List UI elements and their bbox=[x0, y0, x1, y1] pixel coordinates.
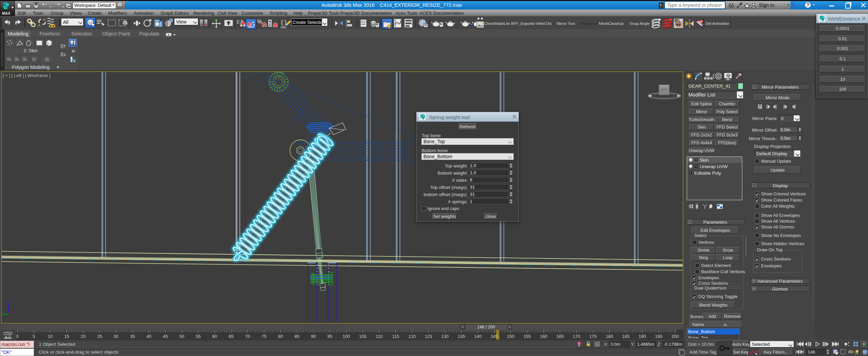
svg-text:20: 20 bbox=[81, 334, 86, 339]
svg-text:Z: Z bbox=[7, 301, 10, 306]
svg-text:%: % bbox=[257, 18, 262, 25]
svg-text:5: 5 bbox=[33, 334, 35, 339]
svg-text:115: 115 bbox=[392, 334, 399, 339]
svg-text:y: y bbox=[2, 309, 3, 314]
svg-text:65: 65 bbox=[229, 334, 233, 339]
svg-text:120: 120 bbox=[408, 334, 416, 339]
svg-text:195: 195 bbox=[655, 334, 663, 339]
svg-text:55: 55 bbox=[196, 334, 201, 339]
svg-text:35: 35 bbox=[130, 334, 135, 339]
svg-text:70: 70 bbox=[245, 334, 250, 339]
svg-text:ABC: ABC bbox=[280, 26, 287, 29]
svg-text:135: 135 bbox=[458, 334, 465, 339]
svg-text:0: 0 bbox=[16, 334, 18, 339]
svg-text:150: 150 bbox=[507, 334, 514, 339]
svg-text:165: 165 bbox=[556, 334, 564, 339]
svg-text:110: 110 bbox=[376, 334, 383, 339]
svg-text:60: 60 bbox=[212, 334, 217, 339]
svg-text:170: 170 bbox=[573, 334, 580, 339]
svg-text:185: 185 bbox=[622, 334, 630, 339]
svg-text:125: 125 bbox=[425, 334, 432, 339]
svg-text:200: 200 bbox=[671, 334, 679, 339]
svg-text:15: 15 bbox=[64, 334, 69, 339]
svg-text:90: 90 bbox=[311, 334, 316, 339]
svg-text:40: 40 bbox=[146, 334, 151, 339]
svg-text:10: 10 bbox=[48, 334, 52, 339]
svg-text:85: 85 bbox=[294, 334, 299, 339]
svg-text:155: 155 bbox=[524, 334, 531, 339]
svg-text:50: 50 bbox=[180, 334, 184, 339]
svg-text:175: 175 bbox=[589, 334, 597, 339]
svg-text:95: 95 bbox=[327, 334, 332, 339]
svg-text:105: 105 bbox=[359, 334, 367, 339]
svg-text:140: 140 bbox=[474, 334, 482, 339]
svg-text:145: 145 bbox=[491, 334, 498, 339]
svg-text:x: x bbox=[9, 309, 12, 314]
svg-text:180: 180 bbox=[606, 334, 613, 339]
svg-text:75: 75 bbox=[262, 334, 266, 339]
svg-text:25: 25 bbox=[97, 334, 102, 339]
svg-text:45: 45 bbox=[163, 334, 168, 339]
svg-text:100: 100 bbox=[343, 334, 350, 339]
svg-text:{ }: { } bbox=[281, 19, 286, 26]
svg-text:30: 30 bbox=[113, 334, 118, 339]
svg-text:130: 130 bbox=[441, 334, 449, 339]
svg-text:190: 190 bbox=[639, 334, 646, 339]
svg-text:80: 80 bbox=[278, 334, 283, 339]
svg-text:160: 160 bbox=[540, 334, 547, 339]
